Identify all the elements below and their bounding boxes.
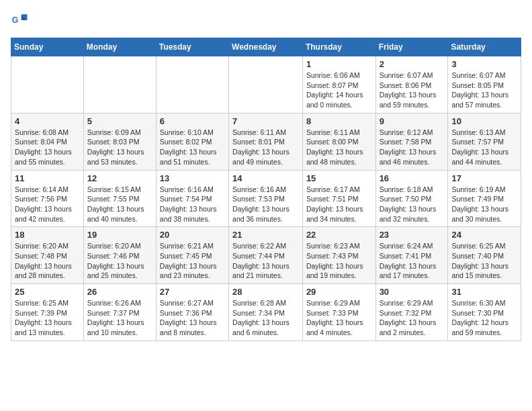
- day-cell: 31Sunrise: 6:30 AM Sunset: 7:30 PM Dayli…: [448, 284, 521, 341]
- svg-text:G: G: [12, 15, 19, 25]
- column-header-sunday: Sunday: [11, 38, 84, 56]
- day-info: Sunrise: 6:23 AM Sunset: 7:43 PM Dayligh…: [306, 241, 372, 281]
- day-info: Sunrise: 6:29 AM Sunset: 7:33 PM Dayligh…: [306, 298, 372, 338]
- day-cell: 20Sunrise: 6:21 AM Sunset: 7:45 PM Dayli…: [156, 227, 228, 284]
- day-number: 11: [15, 173, 80, 183]
- day-info: Sunrise: 6:11 AM Sunset: 8:00 PM Dayligh…: [306, 128, 372, 167]
- day-number: 17: [451, 173, 517, 183]
- day-cell: 26Sunrise: 6:26 AM Sunset: 7:37 PM Dayli…: [83, 284, 156, 341]
- day-number: 20: [160, 230, 225, 240]
- day-info: Sunrise: 6:10 AM Sunset: 8:02 PM Dayligh…: [160, 128, 225, 167]
- week-row-5: 25Sunrise: 6:25 AM Sunset: 7:39 PM Dayli…: [11, 284, 521, 341]
- day-cell: 10Sunrise: 6:13 AM Sunset: 7:57 PM Dayli…: [448, 113, 521, 170]
- day-number: 21: [232, 230, 299, 240]
- week-row-1: 1Sunrise: 6:06 AM Sunset: 8:07 PM Daylig…: [11, 56, 521, 113]
- day-cell: 7Sunrise: 6:11 AM Sunset: 8:01 PM Daylig…: [229, 113, 303, 170]
- day-cell: 16Sunrise: 6:18 AM Sunset: 7:50 PM Dayli…: [375, 170, 448, 227]
- day-number: 24: [451, 230, 517, 240]
- column-header-wednesday: Wednesday: [229, 38, 303, 56]
- day-cell: 6Sunrise: 6:10 AM Sunset: 8:02 PM Daylig…: [156, 113, 228, 170]
- day-info: Sunrise: 6:25 AM Sunset: 7:39 PM Dayligh…: [15, 298, 80, 338]
- day-cell: 8Sunrise: 6:11 AM Sunset: 8:00 PM Daylig…: [302, 113, 375, 170]
- day-info: Sunrise: 6:25 AM Sunset: 7:40 PM Dayligh…: [451, 241, 517, 281]
- day-cell: 9Sunrise: 6:12 AM Sunset: 7:58 PM Daylig…: [375, 113, 448, 170]
- day-cell: 15Sunrise: 6:17 AM Sunset: 7:51 PM Dayli…: [302, 170, 375, 227]
- column-header-saturday: Saturday: [448, 38, 521, 56]
- day-info: Sunrise: 6:26 AM Sunset: 7:37 PM Dayligh…: [87, 298, 152, 338]
- day-info: Sunrise: 6:30 AM Sunset: 7:30 PM Dayligh…: [451, 298, 517, 338]
- day-info: Sunrise: 6:11 AM Sunset: 8:01 PM Dayligh…: [232, 128, 299, 167]
- day-number: 29: [306, 287, 372, 297]
- column-header-friday: Friday: [375, 38, 448, 56]
- day-number: 3: [451, 59, 517, 69]
- day-number: 7: [232, 116, 299, 126]
- day-number: 23: [380, 230, 445, 240]
- logo: G: [11, 11, 32, 30]
- day-number: 10: [451, 116, 517, 126]
- day-info: Sunrise: 6:06 AM Sunset: 8:07 PM Dayligh…: [306, 71, 372, 110]
- day-number: 18: [15, 230, 80, 240]
- day-number: 15: [306, 173, 372, 183]
- day-info: Sunrise: 6:07 AM Sunset: 8:05 PM Dayligh…: [451, 71, 517, 110]
- day-cell: [83, 56, 156, 113]
- day-info: Sunrise: 6:20 AM Sunset: 7:48 PM Dayligh…: [15, 241, 80, 281]
- day-number: 28: [232, 287, 299, 297]
- day-number: 25: [15, 287, 80, 297]
- day-info: Sunrise: 6:13 AM Sunset: 7:57 PM Dayligh…: [451, 128, 517, 167]
- day-cell: 5Sunrise: 6:09 AM Sunset: 8:03 PM Daylig…: [83, 113, 156, 170]
- day-number: 13: [160, 173, 225, 183]
- day-info: Sunrise: 6:27 AM Sunset: 7:36 PM Dayligh…: [160, 298, 225, 338]
- day-cell: 24Sunrise: 6:25 AM Sunset: 7:40 PM Dayli…: [448, 227, 521, 284]
- day-info: Sunrise: 6:15 AM Sunset: 7:55 PM Dayligh…: [87, 185, 152, 224]
- day-info: Sunrise: 6:18 AM Sunset: 7:50 PM Dayligh…: [380, 185, 445, 224]
- day-cell: 19Sunrise: 6:20 AM Sunset: 7:46 PM Dayli…: [83, 227, 156, 284]
- day-info: Sunrise: 6:22 AM Sunset: 7:44 PM Dayligh…: [232, 241, 299, 281]
- day-number: 19: [87, 230, 152, 240]
- day-info: Sunrise: 6:16 AM Sunset: 7:54 PM Dayligh…: [160, 185, 225, 224]
- day-cell: 30Sunrise: 6:29 AM Sunset: 7:32 PM Dayli…: [375, 284, 448, 341]
- day-number: 8: [306, 116, 372, 126]
- page-header: G: [11, 11, 521, 30]
- day-number: 27: [160, 287, 225, 297]
- day-cell: [11, 56, 84, 113]
- day-info: Sunrise: 6:07 AM Sunset: 8:06 PM Dayligh…: [380, 71, 445, 110]
- day-cell: 12Sunrise: 6:15 AM Sunset: 7:55 PM Dayli…: [83, 170, 156, 227]
- day-info: Sunrise: 6:14 AM Sunset: 7:56 PM Dayligh…: [15, 185, 80, 224]
- day-info: Sunrise: 6:09 AM Sunset: 8:03 PM Dayligh…: [87, 128, 152, 167]
- day-cell: 3Sunrise: 6:07 AM Sunset: 8:05 PM Daylig…: [448, 56, 521, 113]
- day-cell: 13Sunrise: 6:16 AM Sunset: 7:54 PM Dayli…: [156, 170, 228, 227]
- day-number: 9: [380, 116, 445, 126]
- logo-icon: G: [11, 11, 30, 30]
- day-info: Sunrise: 6:16 AM Sunset: 7:53 PM Dayligh…: [232, 185, 299, 224]
- day-cell: 29Sunrise: 6:29 AM Sunset: 7:33 PM Dayli…: [302, 284, 375, 341]
- day-info: Sunrise: 6:21 AM Sunset: 7:45 PM Dayligh…: [160, 241, 225, 281]
- day-number: 14: [232, 173, 299, 183]
- column-header-thursday: Thursday: [302, 38, 375, 56]
- day-cell: 1Sunrise: 6:06 AM Sunset: 8:07 PM Daylig…: [302, 56, 375, 113]
- day-number: 1: [306, 59, 372, 69]
- column-header-tuesday: Tuesday: [156, 38, 228, 56]
- day-number: 4: [15, 116, 80, 126]
- day-cell: 25Sunrise: 6:25 AM Sunset: 7:39 PM Dayli…: [11, 284, 84, 341]
- day-cell: 18Sunrise: 6:20 AM Sunset: 7:48 PM Dayli…: [11, 227, 84, 284]
- day-number: 30: [380, 287, 445, 297]
- day-cell: 22Sunrise: 6:23 AM Sunset: 7:43 PM Dayli…: [302, 227, 375, 284]
- day-info: Sunrise: 6:17 AM Sunset: 7:51 PM Dayligh…: [306, 185, 372, 224]
- day-info: Sunrise: 6:19 AM Sunset: 7:49 PM Dayligh…: [451, 185, 517, 224]
- day-cell: 11Sunrise: 6:14 AM Sunset: 7:56 PM Dayli…: [11, 170, 84, 227]
- column-header-monday: Monday: [83, 38, 156, 56]
- week-row-2: 4Sunrise: 6:08 AM Sunset: 8:04 PM Daylig…: [11, 113, 521, 170]
- day-info: Sunrise: 6:28 AM Sunset: 7:34 PM Dayligh…: [232, 298, 299, 338]
- day-cell: [229, 56, 303, 113]
- day-cell: [156, 56, 228, 113]
- calendar-table: SundayMondayTuesdayWednesdayThursdayFrid…: [11, 38, 521, 341]
- day-number: 5: [87, 116, 152, 126]
- day-cell: 27Sunrise: 6:27 AM Sunset: 7:36 PM Dayli…: [156, 284, 228, 341]
- day-number: 6: [160, 116, 225, 126]
- day-cell: 28Sunrise: 6:28 AM Sunset: 7:34 PM Dayli…: [229, 284, 303, 341]
- day-cell: 23Sunrise: 6:24 AM Sunset: 7:41 PM Dayli…: [375, 227, 448, 284]
- day-cell: 14Sunrise: 6:16 AM Sunset: 7:53 PM Dayli…: [229, 170, 303, 227]
- day-number: 26: [87, 287, 152, 297]
- day-info: Sunrise: 6:08 AM Sunset: 8:04 PM Dayligh…: [15, 128, 80, 167]
- day-cell: 17Sunrise: 6:19 AM Sunset: 7:49 PM Dayli…: [448, 170, 521, 227]
